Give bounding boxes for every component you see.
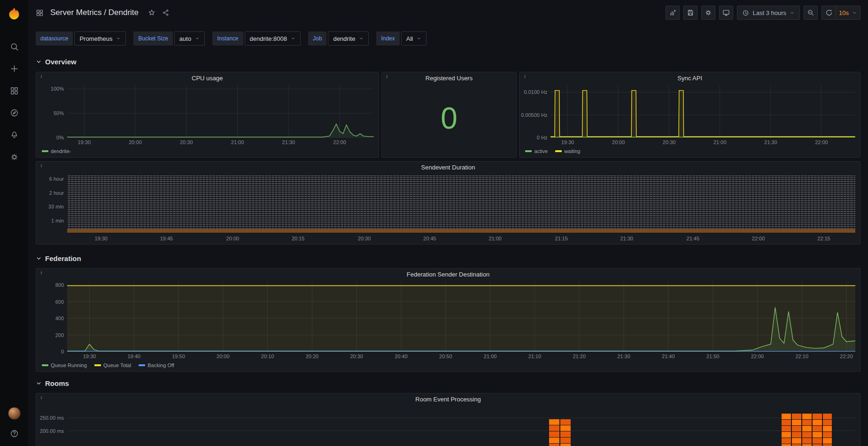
plot-area[interactable] [550, 85, 855, 138]
plot-area[interactable] [67, 85, 374, 138]
chevron-down-icon [790, 10, 795, 15]
x-axis-tick: 22:00 [815, 139, 828, 145]
y-axis-tick: 6 hour [49, 176, 64, 182]
sidebar-nav [9, 41, 19, 162]
x-axis-tick: 21:00 [488, 236, 502, 241]
heatmap-cell [813, 438, 822, 444]
plot-area[interactable] [67, 407, 855, 446]
dashboards-icon[interactable] [9, 85, 19, 96]
heatmap-cell [549, 438, 559, 443]
x-axis-tick: 20:15 [292, 236, 305, 241]
panel-title[interactable]: Registered Users [382, 72, 517, 85]
explore-compass-icon[interactable] [9, 108, 19, 118]
refresh-button[interactable] [822, 6, 836, 20]
save-dashboard-button[interactable] [683, 6, 698, 20]
y-axis-tick: 800 [55, 282, 64, 288]
x-axis-tick: 21:00 [484, 354, 497, 359]
panel-info-icon[interactable]: i [384, 73, 390, 79]
panel-info-icon[interactable]: i [38, 269, 45, 276]
x-axis-tick: 19:30 [83, 354, 96, 359]
x-axis-tick: 22:00 [333, 139, 346, 145]
search-icon[interactable] [9, 41, 19, 52]
variable-value-dropdown[interactable]: Prometheus [74, 31, 126, 46]
row-overview[interactable]: Overview [36, 55, 860, 68]
x-axis-tick: 19:40 [127, 354, 140, 359]
panel-info-icon[interactable]: i [38, 162, 45, 169]
heatmap-cell [560, 419, 571, 425]
dashboard-settings-button[interactable] [701, 6, 715, 20]
panel-title[interactable]: Sync API [519, 72, 860, 85]
panel-info-icon[interactable]: i [38, 73, 45, 79]
legend-item-queue-running[interactable]: Queue Running [42, 362, 87, 368]
plot-area[interactable] [67, 282, 855, 352]
y-axis-tick: 0 Hz [537, 135, 548, 140]
heatmap-cell [792, 438, 801, 444]
heatmap-cell [802, 432, 812, 438]
legend-item-dendrite-[interactable]: dendrite- [42, 148, 71, 154]
panel-info-icon[interactable]: i [38, 394, 45, 400]
heatmap-cell [823, 438, 832, 444]
x-axis-tick: 22:00 [751, 354, 764, 359]
legend-item-waiting[interactable]: waiting [555, 148, 580, 154]
variable-label: Bucket Size [133, 31, 172, 46]
panel-title[interactable]: Room Event Processing [36, 393, 860, 406]
y-axis-tick: 50% [54, 110, 64, 116]
chevron-down-icon [195, 36, 200, 41]
zoom-out-button[interactable] [804, 6, 818, 20]
variable-value-dropdown[interactable]: dendrite:8008 [245, 31, 301, 46]
y-axis-tick: 1 min [51, 218, 64, 223]
variable-value-dropdown[interactable]: dendrite [328, 31, 369, 46]
variable-job: Job dendrite [308, 31, 369, 46]
star-icon[interactable] [147, 8, 156, 17]
heatmap-cell [782, 438, 791, 444]
refresh-interval-picker[interactable]: 10s [836, 6, 860, 20]
row-rooms[interactable]: Rooms [36, 377, 860, 389]
configuration-gear-icon[interactable] [9, 152, 19, 162]
panel-title[interactable]: Federation Sender Destination [36, 269, 860, 281]
x-axis-tick: 20:40 [395, 354, 408, 359]
legend-item-active[interactable]: active [525, 148, 548, 154]
panel-title[interactable]: CPU usage [36, 72, 379, 85]
variable-value-dropdown[interactable]: auto [174, 31, 205, 46]
user-avatar[interactable] [8, 407, 21, 420]
x-axis-tick: 20:30 [180, 139, 193, 145]
heatmap-cell [792, 420, 801, 425]
x-axis-tick: 22:15 [817, 236, 830, 241]
alerting-bell-icon[interactable] [9, 130, 19, 140]
y-axis-tick: 600 [55, 299, 64, 305]
create-plus-icon[interactable] [9, 63, 19, 74]
grafana-logo[interactable] [6, 6, 22, 22]
variable-value-dropdown[interactable]: All [401, 31, 426, 46]
row-federation[interactable]: Federation [36, 252, 860, 264]
heatmap-cell [823, 426, 832, 431]
plot-area[interactable] [67, 175, 855, 234]
legend-item-backing-off[interactable]: Backing Off [139, 362, 174, 368]
y-axis-tick: 200.00 ms [40, 428, 64, 434]
tv-view-button[interactable] [719, 6, 733, 20]
variable-label: Job [308, 31, 326, 46]
heatmap-cell [802, 438, 812, 444]
main-area: Server Metrics / Dendrite [28, 0, 868, 446]
heatmap-cell [782, 414, 791, 419]
panel-sync-api: i Sync API 0 Hz0.00500 Hz0.0100 Hz 19:30… [519, 72, 860, 158]
heatmap-cell [823, 432, 832, 438]
variable-label: datasource [36, 31, 73, 46]
panel-title[interactable]: Sendevent Duration [36, 161, 860, 174]
dashboard-grid-icon[interactable] [35, 8, 45, 18]
legend-swatch [42, 150, 48, 152]
variable-value: auto [179, 35, 191, 42]
y-axis-tick: 250.00 ms [40, 415, 64, 421]
x-axis-labels: 19:3020:0020:3021:0021:3022:00 [550, 138, 855, 146]
time-range-picker[interactable]: Last 3 hours [737, 6, 800, 20]
heatmap-cell [823, 444, 832, 446]
add-panel-button[interactable] [666, 6, 680, 20]
x-axis-tick: 21:00 [231, 139, 244, 145]
share-icon[interactable] [161, 8, 170, 17]
legend-item-queue-total[interactable]: Queue Total [94, 362, 131, 368]
panel-info-icon[interactable]: i [521, 73, 528, 79]
x-axis-labels: 19:3019:4520:0020:1520:3020:4521:0021:15… [67, 234, 855, 242]
help-icon[interactable] [9, 428, 19, 438]
chevron-down-icon [36, 380, 42, 386]
y-axis-labels: 0 Hz0.00500 Hz0.0100 Hz [521, 85, 550, 138]
x-axis-tick: 22:10 [795, 354, 808, 359]
